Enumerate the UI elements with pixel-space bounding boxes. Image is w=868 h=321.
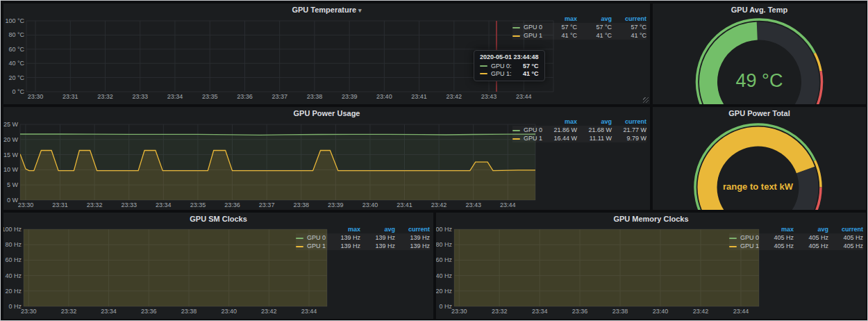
panel-title-gpu-memory-clocks[interactable]: GPU Memory Clocks (436, 215, 866, 223)
panel-title-gpu-power-total[interactable]: GPU Power Total (653, 109, 866, 117)
y-tick-label: 40 °C (8, 60, 24, 67)
tooltip-series-label: GPU 1: (491, 70, 512, 77)
legend-stat-value: 405 Hz (794, 233, 828, 242)
panel-gpu-memory-clocks: GPU Memory Clocks 23:3023:3223:3423:3623… (436, 213, 866, 319)
y-tick-label: 60 Hz (436, 256, 452, 263)
legend-stat-value: 21.86 W (542, 126, 577, 134)
x-tick-label: 23:35 (202, 93, 218, 100)
legend-series-name[interactable]: GPU 0 (524, 126, 542, 133)
series-color-dash (512, 138, 520, 140)
legend-series-name[interactable]: GPU 0 (307, 234, 326, 241)
y-tick-label: 10 W (3, 166, 18, 173)
x-tick-label: 23:35 (190, 201, 206, 208)
legend-row[interactable]: GPU 1405 Hz405 Hz405 Hz (729, 242, 863, 250)
x-tick-label: 23:40 (221, 308, 237, 315)
legend-gpu-sm-clocks: maxavgcurrentGPU 0139 Hz139 Hz139 HzGPU … (296, 225, 430, 250)
x-tick-label: 23:44 (301, 308, 317, 315)
legend-series-name[interactable]: GPU 1 (307, 242, 326, 249)
legend-stat-value: 139 Hz (360, 233, 395, 242)
x-tick-label: 23:34 (167, 93, 183, 100)
legend-stat-value: 11.11 W (577, 134, 612, 142)
legend-series-name[interactable]: GPU 1 (524, 32, 542, 39)
y-tick-label: 5 W (7, 181, 19, 188)
x-tick-label: 23:42 (431, 201, 447, 208)
panel-title-text: GPU Avg. Temp (731, 6, 788, 14)
panel-title-text: GPU Power Usage (294, 109, 360, 117)
legend-col-header: current (612, 15, 646, 23)
x-tick-label: 23:40 (653, 308, 669, 315)
gauge-value-text: range to text kW (723, 181, 794, 192)
y-tick-label: 80 Hz (436, 241, 452, 248)
panel-gpu-power-usage: GPU Power Usage 23:3023:3123:3223:3323:3… (3, 107, 650, 210)
legend-series-name[interactable]: GPU 0 (524, 24, 542, 31)
x-tick-label: 23:38 (307, 93, 323, 100)
legend-col-header: max (326, 225, 360, 233)
x-tick-label: 23:41 (397, 201, 412, 208)
x-tick-label: 23:37 (272, 93, 287, 100)
x-tick-label: 23:36 (237, 93, 253, 100)
legend-col-header: max (542, 117, 577, 126)
gpu-power-total-gauge: range to text kW (653, 107, 866, 210)
x-tick-label: 23:43 (465, 201, 481, 208)
legend-row[interactable]: GPU 116.44 W11.11 W9.79 W (512, 134, 646, 142)
panel-title-gpu-temperature[interactable]: GPU Temperature▾ (3, 6, 650, 14)
panel-gpu-power-total: GPU Power Total range to text kW (653, 107, 866, 210)
x-tick-label: 23:36 (224, 201, 240, 208)
x-tick-label: 23:44 (500, 201, 516, 208)
legend-row[interactable]: GPU 0139 Hz139 Hz139 Hz (296, 233, 430, 242)
y-tick-label: 0 Hz (439, 303, 452, 310)
legend-row[interactable]: GPU 021.86 W21.68 W21.77 W (512, 126, 646, 134)
tooltip-rows: GPU 0:57 °CGPU 1:41 °C (480, 63, 539, 77)
x-tick-label: 23:32 (492, 308, 508, 315)
x-tick-label: 23:44 (516, 93, 532, 100)
tooltip-series-value: 41 °C (523, 70, 539, 77)
legend-series-name[interactable]: GPU 1 (740, 242, 759, 249)
legend-stat-value: 139 Hz (326, 242, 360, 250)
grafana-dashboard: GPU Temperature▾ 23:3023:3123:3223:3323:… (0, 0, 868, 321)
gpu-avg-temp-gauge: 49 °C (653, 3, 866, 104)
legend-stat-value: 405 Hz (828, 233, 863, 242)
legend-stat-value: 41 °C (577, 31, 612, 40)
y-tick-label: 80 °C (8, 31, 24, 38)
gauge-value-text: 49 °C (736, 70, 783, 91)
x-tick-label: 23:34 (532, 308, 548, 315)
x-tick-label: 23:31 (62, 93, 78, 100)
legend-stat-value: 16.44 W (542, 134, 577, 142)
panel-title-gpu-sm-clocks[interactable]: GPU SM Clocks (3, 215, 433, 223)
legend-stat-value: 139 Hz (395, 242, 430, 250)
legend-col-header: avg (794, 225, 828, 233)
legend-row[interactable]: GPU 1139 Hz139 Hz139 Hz (296, 242, 430, 250)
x-tick-label: 23:42 (693, 308, 709, 315)
legend-stat-value: 405 Hz (794, 242, 828, 250)
legend-col-header: avg (360, 225, 395, 233)
series-color-dash (729, 238, 737, 239)
y-tick-label: 60 °C (8, 46, 24, 53)
panel-gpu-temperature: GPU Temperature▾ 23:3023:3123:3223:3323:… (3, 3, 650, 104)
panel-resize-handle[interactable] (643, 97, 649, 103)
panel-title-gpu-avg-temp[interactable]: GPU Avg. Temp (653, 6, 866, 14)
x-tick-label: 23:30 (18, 201, 34, 208)
legend-stat-value: 405 Hz (828, 242, 863, 250)
series-color-dash (512, 27, 520, 28)
legend-row[interactable]: GPU 0405 Hz405 Hz405 Hz (729, 233, 863, 242)
legend-series-name[interactable]: GPU 1 (524, 135, 542, 142)
legend-series-name[interactable]: GPU 0 (740, 234, 759, 241)
series-color-dash (512, 130, 520, 131)
y-tick-label: 20 Hz (436, 288, 452, 295)
y-tick-label: 20 W (3, 136, 18, 143)
panel-gpu-avg-temp: GPU Avg. Temp 49 °C (653, 3, 866, 104)
x-tick-label: 23:33 (132, 93, 148, 100)
y-tick-label: 0 W (7, 197, 19, 204)
x-tick-label: 23:37 (259, 201, 275, 208)
x-tick-label: 23:30 (21, 308, 37, 315)
panel-title-gpu-power-usage[interactable]: GPU Power Usage (3, 109, 650, 117)
y-tick-label: 0 °C (12, 88, 24, 95)
legend-col-header: avg (577, 117, 612, 126)
y-tick-label: 0 Hz (8, 303, 22, 310)
legend-row[interactable]: GPU 057 °C57 °C57 °C (512, 23, 646, 31)
tooltip-series-value: 57 °C (523, 63, 539, 69)
x-tick-label: 23:36 (141, 308, 157, 315)
legend-row[interactable]: GPU 141 °C41 °C41 °C (512, 31, 646, 40)
series-fill (24, 213, 327, 306)
x-tick-label: 23:44 (733, 308, 749, 315)
